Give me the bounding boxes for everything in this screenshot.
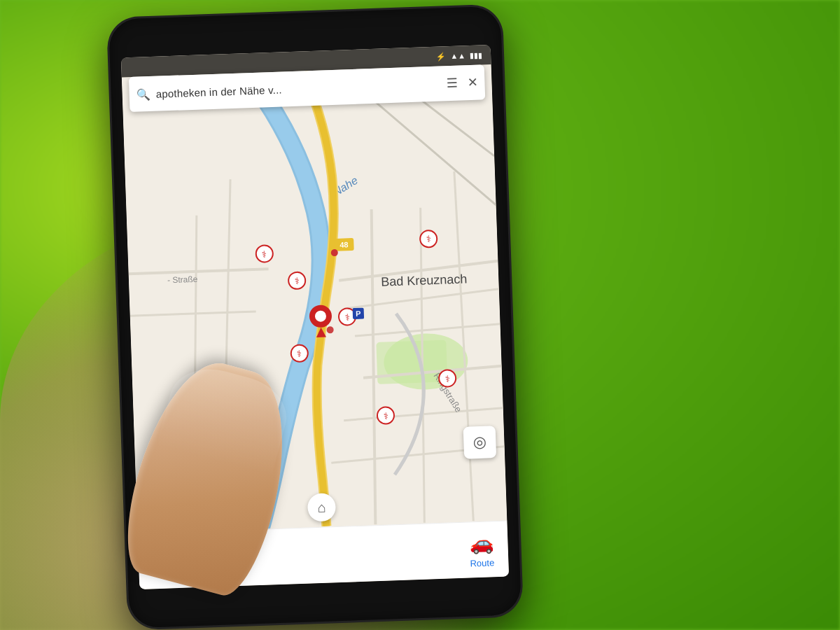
svg-text:⚕: ⚕ [426, 234, 431, 244]
svg-text:⚕: ⚕ [262, 248, 267, 259]
menu-icon[interactable]: ☰ [446, 76, 458, 92]
route-label: Route [470, 557, 494, 568]
svg-text:⚕: ⚕ [297, 349, 302, 359]
search-icon: 🔍 [136, 88, 150, 102]
close-icon[interactable]: ✕ [467, 75, 478, 91]
svg-text:- Straße: - Straße [167, 274, 198, 286]
location-button[interactable]: ◎ [463, 426, 497, 459]
svg-text:48: 48 [340, 240, 349, 248]
location-icon: ◎ [472, 433, 486, 452]
svg-text:⚕: ⚕ [383, 410, 388, 421]
svg-text:⚕: ⚕ [294, 276, 300, 286]
svg-text:P: P [356, 309, 361, 318]
bluetooth-icon: ⚡ [436, 52, 446, 61]
home-icon: ⌂ [317, 499, 326, 515]
route-button[interactable]: 🚗 Route [469, 531, 495, 568]
status-icons: ⚡ ▲▲ ▮▮▮ [436, 50, 482, 61]
svg-text:⚕: ⚕ [444, 373, 450, 384]
battery-icon: ▮▮▮ [470, 50, 482, 60]
search-input[interactable]: apotheken in der Nähe v... [155, 78, 446, 99]
signal-icon: ▲▲ [450, 51, 465, 60]
car-icon: 🚗 [469, 531, 494, 555]
svg-text:⚕: ⚕ [344, 312, 350, 322]
